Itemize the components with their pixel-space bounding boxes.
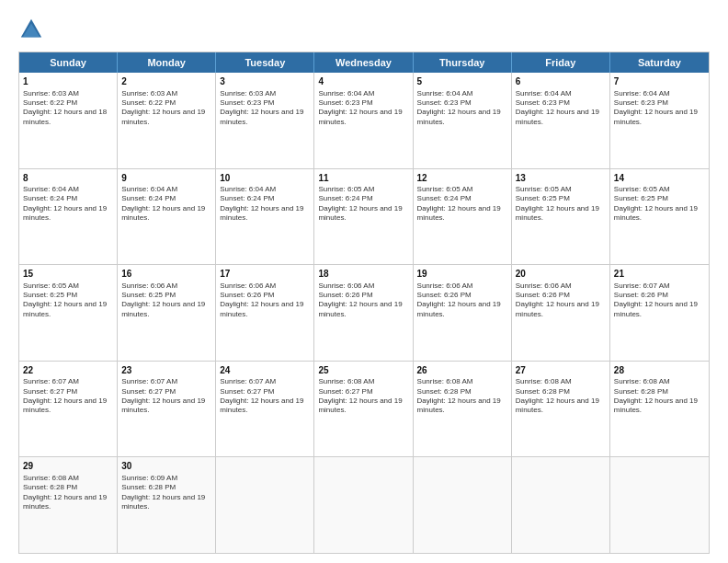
- day-info: Sunrise: 6:08 AM Sunset: 6:28 PM Dayligh…: [516, 377, 606, 416]
- day-number: 20: [516, 268, 606, 281]
- day-number: 23: [121, 364, 211, 377]
- empty-cell: [216, 457, 314, 553]
- calendar-body: 1Sunrise: 6:03 AM Sunset: 6:22 PM Daylig…: [19, 73, 709, 553]
- day-cell-26: 26Sunrise: 6:08 AM Sunset: 6:28 PM Dayli…: [414, 362, 512, 457]
- day-cell-15: 15Sunrise: 6:05 AM Sunset: 6:25 PM Dayli…: [19, 265, 118, 361]
- day-number: 29: [23, 460, 113, 473]
- day-number: 18: [318, 268, 408, 281]
- day-info: Sunrise: 6:07 AM Sunset: 6:27 PM Dayligh…: [121, 377, 211, 416]
- day-info: Sunrise: 6:04 AM Sunset: 6:24 PM Dayligh…: [220, 185, 310, 224]
- day-info: Sunrise: 6:04 AM Sunset: 6:23 PM Dayligh…: [417, 89, 507, 128]
- day-number: 13: [516, 172, 606, 185]
- day-info: Sunrise: 6:06 AM Sunset: 6:26 PM Dayligh…: [417, 282, 507, 320]
- day-number: 25: [318, 364, 408, 377]
- day-cell-10: 10Sunrise: 6:04 AM Sunset: 6:24 PM Dayli…: [216, 169, 314, 265]
- day-number: 10: [220, 172, 310, 185]
- calendar: SundayMondayTuesdayWednesdayThursdayFrid…: [18, 52, 710, 554]
- day-number: 12: [417, 172, 507, 185]
- day-info: Sunrise: 6:07 AM Sunset: 6:27 PM Dayligh…: [220, 377, 310, 416]
- empty-cell: [512, 457, 610, 553]
- day-cell-30: 30Sunrise: 6:09 AM Sunset: 6:28 PM Dayli…: [118, 457, 216, 553]
- day-info: Sunrise: 6:06 AM Sunset: 6:26 PM Dayligh…: [516, 282, 606, 320]
- day-number: 26: [417, 364, 507, 377]
- day-number: 8: [23, 172, 113, 185]
- day-cell-19: 19Sunrise: 6:06 AM Sunset: 6:26 PM Dayli…: [414, 265, 512, 361]
- day-number: 1: [23, 75, 113, 88]
- day-cell-7: 7Sunrise: 6:04 AM Sunset: 6:23 PM Daylig…: [610, 73, 709, 168]
- day-number: 5: [417, 75, 507, 88]
- day-cell-18: 18Sunrise: 6:06 AM Sunset: 6:26 PM Dayli…: [314, 265, 413, 361]
- day-info: Sunrise: 6:03 AM Sunset: 6:22 PM Dayligh…: [23, 89, 113, 128]
- day-cell-11: 11Sunrise: 6:05 AM Sunset: 6:24 PM Dayli…: [314, 169, 413, 265]
- day-number: 19: [417, 268, 507, 281]
- calendar-week-1: 1Sunrise: 6:03 AM Sunset: 6:22 PM Daylig…: [19, 73, 709, 168]
- day-info: Sunrise: 6:07 AM Sunset: 6:26 PM Dayligh…: [614, 282, 705, 320]
- header-day-sunday: Sunday: [19, 52, 118, 73]
- day-info: Sunrise: 6:09 AM Sunset: 6:28 PM Dayligh…: [121, 474, 211, 512]
- day-cell-14: 14Sunrise: 6:05 AM Sunset: 6:25 PM Dayli…: [610, 169, 709, 265]
- calendar-week-5: 29Sunrise: 6:08 AM Sunset: 6:28 PM Dayli…: [19, 456, 709, 553]
- header-day-tuesday: Tuesday: [216, 52, 314, 73]
- day-info: Sunrise: 6:04 AM Sunset: 6:23 PM Dayligh…: [614, 89, 705, 128]
- day-info: Sunrise: 6:05 AM Sunset: 6:25 PM Dayligh…: [614, 185, 705, 224]
- day-info: Sunrise: 6:07 AM Sunset: 6:27 PM Dayligh…: [23, 377, 113, 416]
- header-day-saturday: Saturday: [610, 52, 709, 73]
- day-number: 16: [121, 268, 211, 281]
- day-cell-8: 8Sunrise: 6:04 AM Sunset: 6:24 PM Daylig…: [19, 169, 118, 265]
- day-number: 14: [614, 172, 705, 185]
- day-info: Sunrise: 6:04 AM Sunset: 6:24 PM Dayligh…: [121, 185, 211, 224]
- day-number: 30: [121, 460, 211, 473]
- day-info: Sunrise: 6:08 AM Sunset: 6:28 PM Dayligh…: [23, 474, 113, 512]
- day-cell-6: 6Sunrise: 6:04 AM Sunset: 6:23 PM Daylig…: [512, 73, 610, 168]
- empty-cell: [414, 457, 512, 553]
- header-day-wednesday: Wednesday: [314, 52, 413, 73]
- day-number: 22: [23, 364, 113, 377]
- day-info: Sunrise: 6:05 AM Sunset: 6:24 PM Dayligh…: [417, 185, 507, 224]
- day-number: 15: [23, 268, 113, 281]
- day-info: Sunrise: 6:04 AM Sunset: 6:24 PM Dayligh…: [23, 185, 113, 224]
- day-cell-25: 25Sunrise: 6:08 AM Sunset: 6:27 PM Dayli…: [314, 362, 413, 457]
- day-info: Sunrise: 6:06 AM Sunset: 6:26 PM Dayligh…: [220, 282, 310, 320]
- day-cell-5: 5Sunrise: 6:04 AM Sunset: 6:23 PM Daylig…: [414, 73, 512, 168]
- day-number: 7: [614, 75, 705, 88]
- day-cell-27: 27Sunrise: 6:08 AM Sunset: 6:28 PM Dayli…: [512, 362, 610, 457]
- calendar-week-3: 15Sunrise: 6:05 AM Sunset: 6:25 PM Dayli…: [19, 264, 709, 361]
- day-cell-12: 12Sunrise: 6:05 AM Sunset: 6:24 PM Dayli…: [414, 169, 512, 265]
- day-cell-29: 29Sunrise: 6:08 AM Sunset: 6:28 PM Dayli…: [19, 457, 118, 553]
- day-cell-4: 4Sunrise: 6:04 AM Sunset: 6:23 PM Daylig…: [314, 73, 413, 168]
- day-cell-17: 17Sunrise: 6:06 AM Sunset: 6:26 PM Dayli…: [216, 265, 314, 361]
- day-number: 28: [614, 364, 705, 377]
- day-number: 9: [121, 172, 211, 185]
- calendar-header: SundayMondayTuesdayWednesdayThursdayFrid…: [19, 52, 709, 73]
- day-cell-3: 3Sunrise: 6:03 AM Sunset: 6:23 PM Daylig…: [216, 73, 314, 168]
- day-info: Sunrise: 6:08 AM Sunset: 6:27 PM Dayligh…: [318, 377, 408, 416]
- day-cell-20: 20Sunrise: 6:06 AM Sunset: 6:26 PM Dayli…: [512, 265, 610, 361]
- day-number: 17: [220, 268, 310, 281]
- day-info: Sunrise: 6:08 AM Sunset: 6:28 PM Dayligh…: [614, 377, 705, 416]
- empty-cell: [610, 457, 709, 553]
- empty-cell: [314, 457, 413, 553]
- day-cell-9: 9Sunrise: 6:04 AM Sunset: 6:24 PM Daylig…: [118, 169, 216, 265]
- page: SundayMondayTuesdayWednesdayThursdayFrid…: [0, 0, 728, 563]
- day-cell-2: 2Sunrise: 6:03 AM Sunset: 6:22 PM Daylig…: [118, 73, 216, 168]
- day-info: Sunrise: 6:03 AM Sunset: 6:23 PM Dayligh…: [220, 89, 310, 128]
- day-number: 4: [318, 75, 408, 88]
- day-info: Sunrise: 6:06 AM Sunset: 6:25 PM Dayligh…: [121, 282, 211, 320]
- day-number: 11: [318, 172, 408, 185]
- day-cell-13: 13Sunrise: 6:05 AM Sunset: 6:25 PM Dayli…: [512, 169, 610, 265]
- header-day-monday: Monday: [118, 52, 216, 73]
- day-number: 24: [220, 364, 310, 377]
- day-cell-16: 16Sunrise: 6:06 AM Sunset: 6:25 PM Dayli…: [118, 265, 216, 361]
- day-number: 2: [121, 75, 211, 88]
- header-day-friday: Friday: [512, 52, 610, 73]
- calendar-week-4: 22Sunrise: 6:07 AM Sunset: 6:27 PM Dayli…: [19, 361, 709, 457]
- header: [18, 17, 710, 42]
- day-cell-1: 1Sunrise: 6:03 AM Sunset: 6:22 PM Daylig…: [19, 73, 118, 168]
- day-cell-22: 22Sunrise: 6:07 AM Sunset: 6:27 PM Dayli…: [19, 362, 118, 457]
- calendar-week-2: 8Sunrise: 6:04 AM Sunset: 6:24 PM Daylig…: [19, 168, 709, 265]
- day-info: Sunrise: 6:06 AM Sunset: 6:26 PM Dayligh…: [318, 282, 408, 320]
- day-cell-21: 21Sunrise: 6:07 AM Sunset: 6:26 PM Dayli…: [610, 265, 709, 361]
- header-day-thursday: Thursday: [414, 52, 512, 73]
- logo: [18, 17, 48, 42]
- day-info: Sunrise: 6:04 AM Sunset: 6:23 PM Dayligh…: [318, 89, 408, 128]
